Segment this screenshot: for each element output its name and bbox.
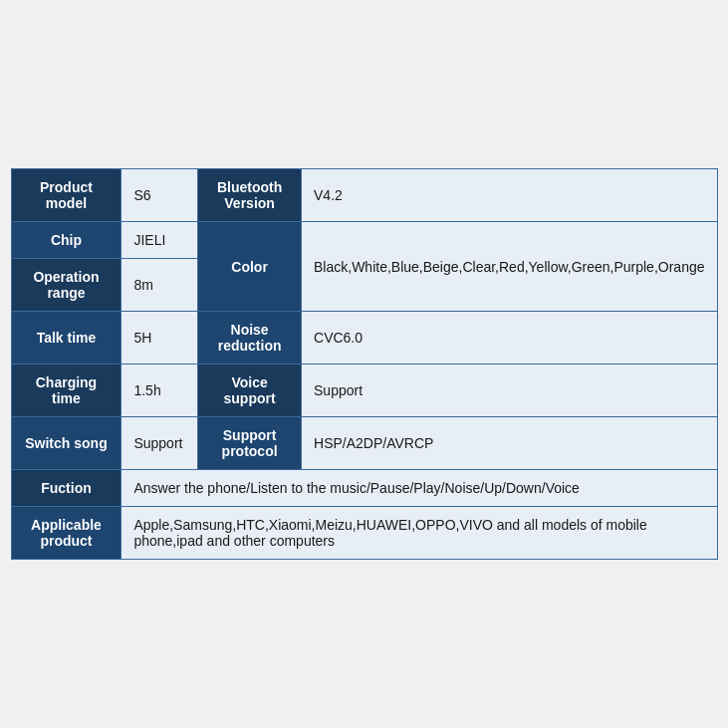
label-support-protocol: Support protocol — [198, 417, 302, 470]
table-row: Charging time 1.5h Voice support Support — [11, 364, 717, 417]
label-noise-reduction: Noise reduction — [198, 312, 302, 364]
table-row: Talk time 5H Noise reduction CVC6.0 — [11, 312, 717, 364]
value-voice-support: Support — [302, 364, 717, 417]
table-row: Fuction Answer the phone/Listen to the m… — [11, 470, 717, 507]
value-operation-range: 8m — [121, 259, 198, 312]
label-operation-range: Operation range — [11, 259, 121, 312]
label-bluetooth-version: Bluetooth Version — [198, 169, 302, 222]
table-row: Switch song Support Support protocol HSP… — [11, 417, 717, 470]
table-row: Chip JIELI Color Black,White,Blue,Beige,… — [11, 222, 717, 259]
value-bluetooth-version: V4.2 — [302, 169, 717, 222]
value-applicable-product: Apple,Samsung,HTC,Xiaomi,Meizu,HUAWEI,OP… — [121, 507, 717, 560]
value-product-model: S6 — [121, 169, 198, 222]
label-color: Color — [198, 222, 302, 312]
label-charging-time: Charging time — [11, 364, 121, 417]
label-fuction: Fuction — [11, 470, 121, 507]
table-row: Applicable product Apple,Samsung,HTC,Xia… — [11, 507, 717, 560]
label-chip: Chip — [11, 222, 121, 259]
value-talk-time: 5H — [121, 312, 198, 364]
label-voice-support: Voice support — [198, 364, 302, 417]
value-color: Black,White,Blue,Beige,Clear,Red,Yellow,… — [302, 222, 717, 312]
value-switch-song: Support — [121, 417, 198, 470]
label-switch-song: Switch song — [11, 417, 121, 470]
value-support-protocol: HSP/A2DP/AVRCP — [302, 417, 717, 470]
value-noise-reduction: CVC6.0 — [302, 312, 717, 364]
label-product-model: Product model — [11, 169, 121, 222]
value-chip: JIELI — [121, 222, 198, 259]
spec-table: Product model S6 Bluetooth Version V4.2 … — [11, 168, 718, 560]
label-applicable-product: Applicable product — [11, 507, 121, 560]
value-charging-time: 1.5h — [121, 364, 198, 417]
spec-table-container: Product model S6 Bluetooth Version V4.2 … — [11, 168, 718, 560]
label-talk-time: Talk time — [11, 312, 121, 364]
value-fuction: Answer the phone/Listen to the music/Pau… — [121, 470, 717, 507]
table-row: Product model S6 Bluetooth Version V4.2 — [11, 169, 717, 222]
